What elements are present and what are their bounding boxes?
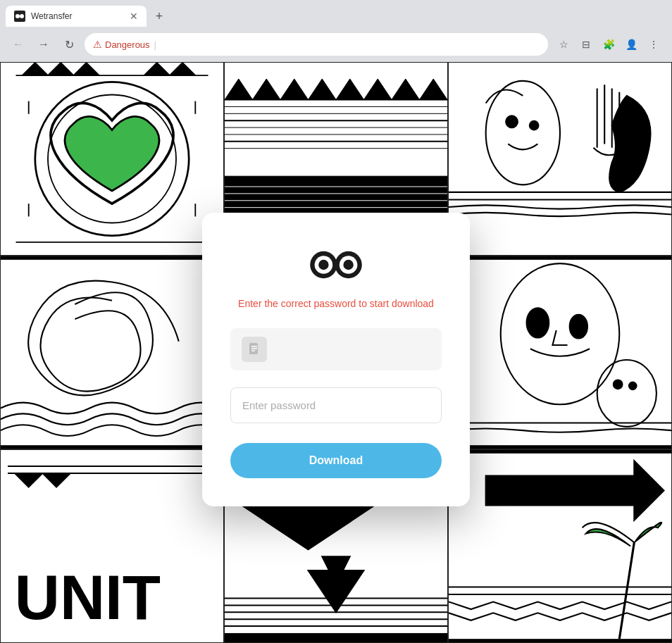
extensions-button[interactable]: 🧩: [599, 35, 618, 54]
file-icon: [242, 337, 267, 362]
art-tile-faces-right: [448, 256, 672, 449]
active-tab[interactable]: Wetransfer ✕: [6, 6, 147, 27]
svg-rect-47: [1, 260, 223, 445]
svg-rect-52: [449, 260, 671, 445]
modal-card: Enter the correct password to start down…: [202, 213, 470, 506]
svg-point-84: [318, 260, 328, 270]
svg-point-44: [530, 121, 539, 130]
profile-button[interactable]: 👤: [621, 35, 641, 54]
download-button[interactable]: Download: [230, 443, 442, 478]
art-tile-waves-left: [0, 256, 224, 449]
url-actions: ☆ ⊟ 🧩 👤 ⋮: [554, 35, 664, 54]
svg-point-54: [527, 308, 549, 337]
back-button[interactable]: ←: [8, 35, 28, 54]
password-input[interactable]: [230, 387, 442, 423]
address-bar: ← → ↻ ⚠ Dangerous | ☆ ⊟ 🧩 👤 ⋮: [0, 27, 672, 62]
url-bar[interactable]: ⚠ Dangerous |: [85, 33, 548, 56]
error-message: Enter the correct password to start down…: [238, 297, 434, 311]
back-icon: ←: [13, 38, 24, 51]
tab-close-button[interactable]: ✕: [130, 11, 138, 22]
url-separator: |: [154, 39, 156, 50]
forward-button[interactable]: →: [34, 35, 54, 54]
tab-favicon: [14, 11, 25, 22]
forward-icon: →: [38, 38, 49, 51]
menu-button[interactable]: ⋮: [644, 35, 664, 54]
svg-point-58: [614, 380, 623, 389]
tab-bar: Wetransfer ✕ +: [0, 0, 672, 27]
svg-point-0: [15, 14, 20, 18]
warning-icon: ⚠: [93, 39, 102, 50]
password-input-wrapper: [230, 387, 442, 423]
tab-title: Wetransfer: [31, 11, 72, 21]
url-warning: ⚠ Dangerous: [93, 39, 150, 50]
file-preview-bar: [230, 328, 442, 370]
art-tile-unity: UNIT: [0, 449, 224, 643]
browser-chrome: Wetransfer ✕ + ← → ↻ ⚠ Dangerous | ☆ ⊟ 🧩: [0, 0, 672, 62]
browser-content: UNIT: [0, 62, 672, 643]
svg-point-59: [629, 382, 637, 390]
refresh-icon: ↻: [65, 38, 74, 51]
refresh-button[interactable]: ↻: [59, 35, 79, 54]
svg-point-55: [570, 315, 587, 339]
wetransfer-logo: [308, 246, 364, 280]
svg-point-1: [20, 14, 24, 18]
svg-text:UNIT: UNIT: [15, 563, 161, 632]
svg-point-43: [506, 116, 518, 127]
reader-mode-button[interactable]: ⊟: [576, 35, 596, 54]
svg-point-85: [343, 260, 353, 270]
new-tab-button[interactable]: +: [149, 6, 169, 26]
art-tile-faces-top: [448, 62, 672, 256]
art-tile-heart: [0, 62, 224, 256]
art-tile-bottom-right: [448, 449, 672, 643]
bookmark-button[interactable]: ☆: [554, 35, 573, 54]
